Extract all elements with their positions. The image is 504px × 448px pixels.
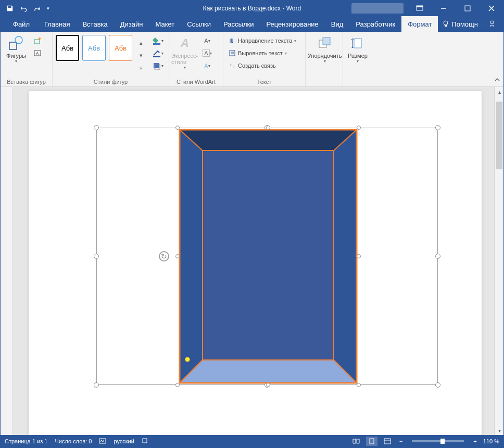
maximize-button[interactable] xyxy=(456,1,480,16)
text-fill-button[interactable]: A ▾ xyxy=(200,35,214,46)
tab-insert[interactable]: Вставка xyxy=(76,16,114,32)
canvas-handle-bl[interactable] xyxy=(94,382,99,388)
canvas-handle-tl[interactable] xyxy=(94,125,99,130)
tab-review[interactable]: Рецензирование xyxy=(260,16,324,32)
canvas-handle-mr[interactable] xyxy=(435,254,440,259)
text-box-button[interactable]: A xyxy=(32,47,43,59)
share-button[interactable] xyxy=(484,20,500,28)
tab-mailings[interactable]: Рассылки xyxy=(217,16,260,32)
share-icon xyxy=(488,20,496,28)
tell-me-button[interactable]: Помощн xyxy=(438,20,482,28)
minimize-button[interactable] xyxy=(432,1,456,16)
shape-handle-mr[interactable] xyxy=(357,254,361,258)
macro-record-button[interactable] xyxy=(142,438,148,445)
selected-shape[interactable] xyxy=(178,128,359,385)
rotate-handle[interactable]: ↻ xyxy=(159,251,169,262)
ribbon-tabs: Файл Главная Вставка Дизайн Макет Ссылки… xyxy=(1,16,503,32)
shape-handle-br[interactable] xyxy=(357,383,361,387)
tab-file[interactable]: Файл xyxy=(5,16,38,32)
zoom-level[interactable]: 110 % xyxy=(483,438,499,444)
shape-handle-bc[interactable] xyxy=(266,383,270,387)
tab-layout[interactable]: Макет xyxy=(149,16,181,32)
group-size: Размер ▾ xyxy=(343,32,372,86)
quick-styles-button[interactable]: A Экспресс-стили ▾ xyxy=(171,33,198,70)
align-text-button[interactable]: Выровнять текст▾ xyxy=(226,47,302,59)
effects-icon xyxy=(152,61,161,70)
create-link-button[interactable]: Создать связь xyxy=(226,60,302,71)
shape-outline-button[interactable]: ▾ xyxy=(150,47,166,59)
tab-home[interactable]: Главная xyxy=(38,16,76,32)
word-count[interactable]: Число слов: 0 xyxy=(55,438,92,444)
text-effects-button[interactable]: A▾ xyxy=(200,60,214,71)
page-viewport[interactable]: ↻ xyxy=(13,87,494,435)
svg-rect-3 xyxy=(465,6,470,11)
save-button[interactable] xyxy=(4,3,16,14)
shape-handle-tc[interactable] xyxy=(266,126,270,130)
read-mode-button[interactable] xyxy=(350,437,362,446)
zoom-in-button[interactable]: + xyxy=(471,438,478,444)
chevron-down-icon: ▾ xyxy=(324,59,326,64)
title-bar: ▾ Как рисовать в Ворде.docx - Word xyxy=(1,1,503,16)
size-button[interactable]: Размер ▾ xyxy=(345,33,370,64)
canvas-handle-ml[interactable] xyxy=(94,254,99,259)
svg-marker-24 xyxy=(180,130,357,151)
tab-format[interactable]: Формат xyxy=(401,16,438,32)
qat-customize[interactable]: ▾ xyxy=(44,3,52,14)
style-gallery-up[interactable]: ▴ xyxy=(135,37,147,48)
shape-style-2[interactable]: Абв xyxy=(82,35,106,61)
shapes-icon xyxy=(8,36,24,51)
canvas-handle-br[interactable] xyxy=(435,382,440,388)
zoom-out-button[interactable]: − xyxy=(397,438,405,444)
text-outline-button[interactable]: A▾ xyxy=(200,47,214,59)
arrange-button[interactable]: Упорядочить ▾ xyxy=(308,33,342,64)
group-insert-shapes-label: Вставка фигур xyxy=(3,78,50,86)
tab-view[interactable]: Вид xyxy=(325,16,350,32)
vertical-scrollbar[interactable]: ▴ ▾ xyxy=(494,87,503,435)
spellcheck-button[interactable] xyxy=(99,437,106,445)
tab-references[interactable]: Ссылки xyxy=(181,16,217,32)
ribbon-display-button[interactable] xyxy=(408,1,432,16)
print-layout-icon xyxy=(368,438,375,445)
web-layout-button[interactable] xyxy=(382,437,393,446)
shape-style-1[interactable]: Абв xyxy=(56,35,79,61)
text-direction-label: Направление текста xyxy=(238,38,292,44)
undo-button[interactable] xyxy=(17,3,30,14)
collapse-ribbon-button[interactable] xyxy=(494,77,500,84)
scroll-thumb[interactable] xyxy=(496,102,502,169)
link-icon xyxy=(229,62,236,69)
tab-developer[interactable]: Разработчик xyxy=(349,16,401,32)
text-direction-button[interactable]: ll Направление текста▾ xyxy=(226,35,302,46)
language-indicator[interactable]: русский xyxy=(114,438,134,444)
edit-shape-button[interactable] xyxy=(32,35,43,46)
scroll-up-button[interactable]: ▴ xyxy=(496,88,502,95)
shape-handle-ml[interactable] xyxy=(175,254,180,258)
shape-adjust-handle[interactable] xyxy=(185,357,190,362)
shape-style-3[interactable]: Абв xyxy=(109,35,132,61)
print-layout-button[interactable] xyxy=(366,437,377,446)
ribbon-display-icon xyxy=(416,5,423,11)
web-layout-icon xyxy=(383,438,392,445)
svg-rect-37 xyxy=(370,439,374,444)
shapes-button[interactable]: Фигуры ▾ xyxy=(3,33,30,64)
align-text-icon xyxy=(229,49,236,57)
zoom-slider[interactable] xyxy=(412,440,464,442)
shape-effects-button[interactable]: ▾ xyxy=(150,60,166,71)
scroll-down-button[interactable]: ▾ xyxy=(496,427,502,434)
vertical-ruler[interactable] xyxy=(1,87,13,435)
shape-handle-tl[interactable] xyxy=(175,126,180,130)
account-indicator[interactable] xyxy=(351,3,404,14)
redo-button[interactable] xyxy=(31,3,43,14)
zoom-slider-thumb[interactable] xyxy=(440,439,445,444)
style-gallery-down[interactable]: ▾ xyxy=(135,49,147,61)
align-text-label: Выровнять текст xyxy=(238,50,283,56)
document-page[interactable]: ↻ xyxy=(29,91,482,435)
close-button[interactable] xyxy=(480,1,503,16)
style-gallery-more[interactable]: ▿ xyxy=(135,62,147,73)
canvas-handle-tr[interactable] xyxy=(435,125,440,130)
page-indicator[interactable]: Страница 1 из 1 xyxy=(5,438,47,444)
shape-handle-bl[interactable] xyxy=(175,383,180,387)
tab-design[interactable]: Дизайн xyxy=(114,16,149,32)
shape-fill-button[interactable]: ▾ xyxy=(150,35,166,46)
shape-handle-tr[interactable] xyxy=(357,126,361,130)
svg-point-10 xyxy=(39,38,41,40)
